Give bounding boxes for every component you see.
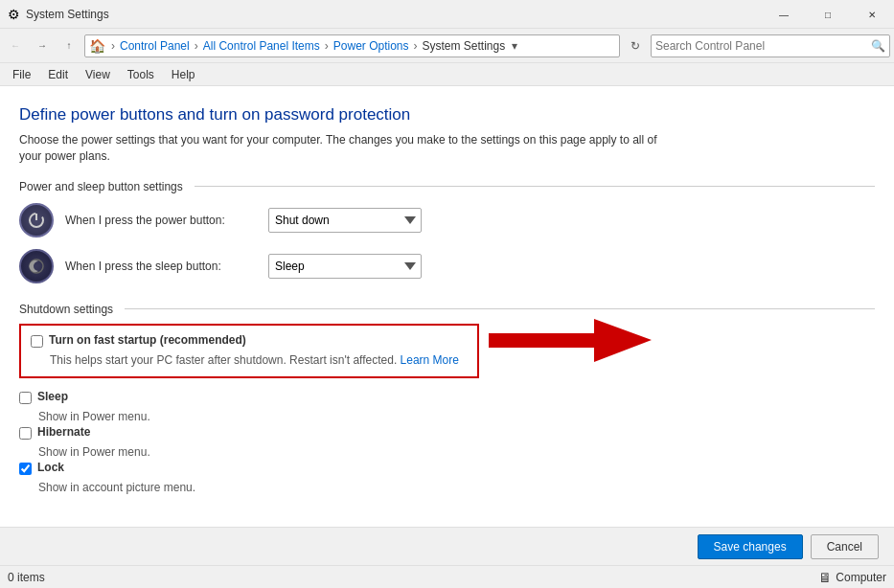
learn-more-link[interactable]: Learn More: [401, 353, 459, 367]
fast-startup-checkbox[interactable]: [31, 335, 43, 348]
menu-edit[interactable]: Edit: [39, 65, 77, 84]
power-button-dropdown[interactable]: Do nothing Sleep Hibernate Shut down Tur…: [268, 208, 422, 233]
breadcrumb-dropdown-icon[interactable]: ▾: [512, 39, 517, 53]
window-icon: ⚙: [8, 7, 20, 22]
sleep-checkbox-desc: Show in Power menu.: [38, 410, 875, 423]
hibernate-checkbox[interactable]: [19, 427, 32, 440]
menu-tools[interactable]: Tools: [119, 65, 163, 84]
lock-checkbox-desc: Show in account picture menu.: [38, 481, 875, 494]
breadcrumb-sep-3: ›: [325, 39, 329, 53]
fast-startup-row: Turn on fast startup (recommended): [31, 333, 468, 348]
sleep-checkbox-label[interactable]: Sleep: [37, 390, 68, 403]
menu-file[interactable]: File: [4, 65, 39, 84]
title-bar: ⚙ System Settings — □ ✕: [0, 0, 894, 29]
power-button-label: When I press the power button:: [65, 214, 257, 227]
status-right: 🖥 Computer: [818, 570, 886, 585]
breadcrumb-sep-2: ›: [195, 39, 198, 53]
svg-marker-3: [489, 319, 652, 362]
search-bar: 🔍: [651, 34, 890, 57]
menu-bar: File Edit View Tools Help: [0, 63, 894, 86]
hibernate-checkbox-row: Hibernate: [19, 425, 875, 440]
breadcrumb-control-panel[interactable]: Control Panel: [120, 39, 190, 53]
fast-startup-label[interactable]: Turn on fast startup (recommended): [49, 333, 246, 347]
status-bar: 0 items 🖥 Computer: [0, 565, 894, 588]
fast-startup-description: This helps start your PC faster after sh…: [50, 353, 468, 367]
power-button-icon: [19, 203, 54, 237]
menu-help[interactable]: Help: [163, 65, 204, 84]
lock-checkbox-label[interactable]: Lock: [37, 461, 64, 474]
power-button-row: When I press the power button: Do nothin…: [19, 203, 875, 237]
title-bar-controls: — □ ✕: [762, 0, 894, 28]
sleep-checkbox-row: Sleep: [19, 390, 875, 404]
red-arrow-icon: [489, 314, 652, 367]
breadcrumb-sep-1: ›: [111, 39, 115, 53]
power-sleep-section-label: Power and sleep button settings: [19, 180, 875, 193]
sleep-button-dropdown[interactable]: Do nothing Sleep Hibernate Shut down: [268, 254, 422, 279]
fast-startup-box: Turn on fast startup (recommended) This …: [19, 324, 479, 378]
sleep-button-icon: [19, 249, 54, 283]
search-icon[interactable]: 🔍: [871, 39, 885, 53]
sleep-checkbox[interactable]: [19, 392, 32, 404]
sleep-button-label: When I press the sleep button:: [65, 260, 257, 273]
computer-label: Computer: [836, 571, 886, 584]
red-arrow-container: [489, 314, 652, 370]
cancel-button[interactable]: Cancel: [811, 534, 879, 559]
main-content: Define power buttons and turn on passwor…: [0, 86, 894, 527]
forward-button[interactable]: →: [31, 34, 54, 57]
page-title: Define power buttons and turn on passwor…: [19, 105, 875, 124]
hibernate-checkbox-desc: Show in Power menu.: [38, 445, 875, 459]
breadcrumb-all-items[interactable]: All Control Panel Items: [203, 39, 320, 53]
sleep-button-row: When I press the sleep button: Do nothin…: [19, 249, 875, 283]
up-button[interactable]: ↑: [57, 34, 80, 57]
breadcrumb-home-icon: 🏠: [89, 38, 105, 54]
hibernate-checkbox-label[interactable]: Hibernate: [37, 425, 90, 439]
window-title: System Settings: [26, 8, 109, 21]
bottom-bar: Save changes Cancel: [0, 527, 894, 565]
save-changes-button[interactable]: Save changes: [698, 534, 803, 559]
shutdown-section-label: Shutdown settings: [19, 303, 875, 316]
normal-checkboxes: Sleep Show in Power menu. Hibernate Show…: [19, 390, 875, 494]
menu-view[interactable]: View: [77, 65, 119, 84]
refresh-button[interactable]: ↻: [624, 34, 647, 57]
breadcrumb-sep-4: ›: [413, 39, 417, 53]
close-button[interactable]: ✕: [850, 0, 894, 29]
breadcrumb-current: System Settings: [422, 39, 505, 53]
minimize-button[interactable]: —: [762, 0, 806, 29]
back-button[interactable]: ←: [4, 34, 27, 57]
search-input[interactable]: [655, 39, 871, 53]
breadcrumb: 🏠 › Control Panel › All Control Panel It…: [84, 34, 620, 57]
lock-checkbox-row: Lock: [19, 461, 875, 475]
items-count: 0 items: [8, 571, 45, 584]
computer-icon: 🖥: [818, 570, 832, 585]
nav-bar: ← → ↑ 🏠 › Control Panel › All Control Pa…: [0, 29, 894, 63]
maximize-button[interactable]: □: [806, 0, 850, 29]
title-bar-left: ⚙ System Settings: [8, 7, 109, 22]
page-wrapper: ⚙ System Settings — □ ✕ ← → ↑ 🏠 › Contro…: [0, 0, 894, 588]
lock-checkbox[interactable]: [19, 463, 32, 475]
breadcrumb-power-options[interactable]: Power Options: [333, 39, 409, 53]
page-description: Choose the power settings that you want …: [19, 132, 671, 165]
